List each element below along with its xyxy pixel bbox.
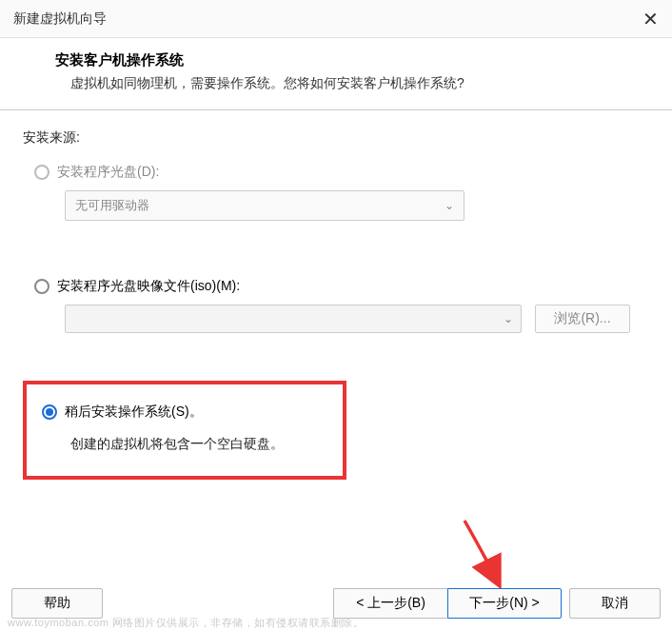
window-title: 新建虚拟机向导	[13, 10, 107, 28]
title-bar: 新建虚拟机向导 ✕	[0, 0, 672, 38]
radio-iso-label: 安装程序光盘映像文件(iso)(M):	[57, 278, 240, 295]
highlight-box: 稍后安装操作系统(S)。 创建的虚拟机将包含一个空白硬盘。	[23, 381, 346, 480]
radio-later[interactable]: 稍后安装操作系统(S)。	[42, 404, 327, 421]
drive-select[interactable]: 无可用驱动器 ⌄	[65, 190, 464, 221]
radio-disc[interactable]: 安装程序光盘(D):	[34, 164, 649, 181]
header-subheading: 虚拟机如同物理机，需要操作系统。您将如何安装客户机操作系统?	[70, 75, 645, 92]
close-icon[interactable]: ✕	[642, 10, 659, 29]
iso-path-input[interactable]: ⌄	[65, 305, 522, 333]
annotation-arrow-icon	[455, 516, 512, 592]
chevron-down-icon: ⌄	[504, 312, 513, 325]
option-disc-block: 安装程序光盘(D): 无可用驱动器 ⌄	[34, 164, 649, 221]
radio-icon	[34, 165, 49, 180]
radio-icon	[34, 279, 49, 294]
radio-later-label: 稍后安装操作系统(S)。	[65, 404, 203, 421]
wizard-footer: 帮助 < 上一步(B) 下一步(N) > 取消	[0, 588, 672, 619]
cancel-button[interactable]: 取消	[569, 588, 661, 619]
next-button[interactable]: 下一步(N) >	[447, 588, 562, 619]
later-description: 创建的虚拟机将包含一个空白硬盘。	[70, 436, 327, 453]
wizard-header: 安装客户机操作系统 虚拟机如同物理机，需要操作系统。您将如何安装客户机操作系统?	[0, 38, 672, 110]
radio-icon	[42, 404, 57, 420]
back-button[interactable]: < 上一步(B)	[333, 588, 447, 619]
source-label: 安装来源:	[23, 129, 649, 147]
option-iso-block: 安装程序光盘映像文件(iso)(M): ⌄ 浏览(R)...	[34, 278, 649, 333]
drive-select-value: 无可用驱动器	[75, 197, 149, 214]
header-heading: 安装客户机操作系统	[55, 51, 645, 69]
browse-button[interactable]: 浏览(R)...	[535, 305, 630, 333]
chevron-down-icon: ⌄	[445, 199, 454, 212]
radio-iso[interactable]: 安装程序光盘映像文件(iso)(M):	[34, 278, 649, 295]
help-button[interactable]: 帮助	[11, 588, 103, 619]
watermark-text: www.toymoban.com 网络图片仅供展示，非存储，如有侵权请联系删除。	[8, 616, 364, 630]
wizard-content: 安装来源: 安装程序光盘(D): 无可用驱动器 ⌄ 安装程序光盘映像文件(iso…	[0, 110, 672, 480]
radio-disc-label: 安装程序光盘(D):	[57, 164, 159, 181]
